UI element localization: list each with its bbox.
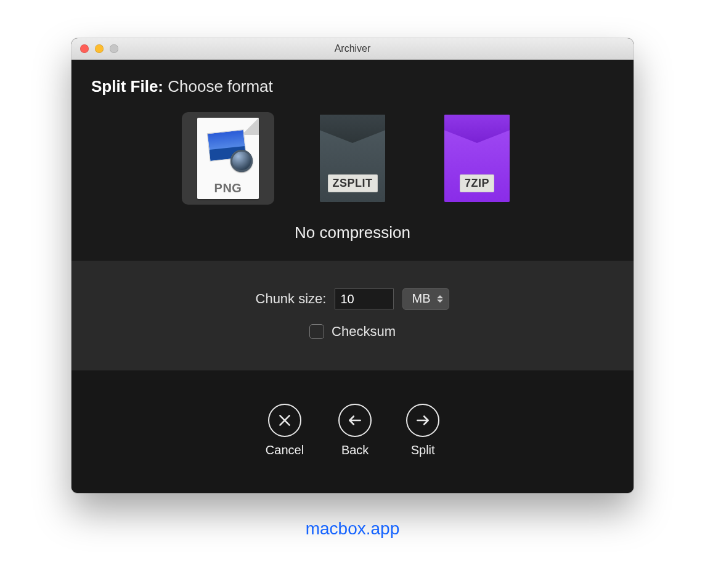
checksum-checkbox[interactable] [309, 324, 324, 339]
7zip-envelope-icon: 7ZIP [444, 115, 510, 202]
format-option-zsplit[interactable]: ZSPLIT [306, 112, 399, 205]
page-heading: Split File: Choose format [91, 77, 614, 96]
watermark-link[interactable]: macbox.app [306, 519, 400, 539]
split-label: Split [411, 443, 435, 457]
format-option-png[interactable]: PNG [182, 112, 274, 205]
window-close-button[interactable] [80, 44, 89, 53]
back-button[interactable]: Back [338, 404, 372, 457]
back-label: Back [341, 443, 369, 457]
format-option-7zip[interactable]: 7ZIP [431, 112, 523, 205]
format-options: PNG ZSPLIT 7ZIP [91, 112, 614, 205]
window-minimize-button[interactable] [95, 44, 104, 53]
format-section: Split File: Choose format PNG ZSPLIT [71, 60, 634, 261]
select-arrows-icon [436, 295, 444, 303]
png-file-icon: PNG [197, 118, 259, 199]
chunk-unit-value: MB [412, 292, 430, 305]
arrow-left-icon [347, 412, 363, 428]
cancel-button[interactable]: Cancel [266, 404, 304, 457]
split-button[interactable]: Split [406, 404, 439, 457]
action-bar: Cancel Back Split [71, 370, 634, 493]
chunk-size-label: Chunk size: [256, 291, 327, 307]
chunk-unit-select[interactable]: MB [402, 288, 449, 310]
window-title: Archiver [335, 43, 371, 54]
heading-subtitle: Choose format [168, 77, 273, 96]
chunk-section: Chunk size: MB Checksum [71, 261, 634, 370]
format-label: ZSPLIT [328, 174, 378, 192]
format-label: PNG [214, 181, 242, 195]
format-label: 7ZIP [460, 174, 494, 192]
chunk-size-input[interactable] [335, 288, 394, 309]
compression-label: No compression [91, 223, 614, 242]
checksum-label: Checksum [332, 324, 396, 340]
app-window: Archiver Split File: Choose format PNG [71, 38, 634, 493]
window-zoom-button[interactable] [110, 44, 118, 53]
arrow-right-icon [415, 412, 431, 428]
heading-prefix: Split File: [91, 77, 163, 96]
cancel-label: Cancel [266, 443, 304, 457]
titlebar: Archiver [71, 38, 634, 60]
zsplit-envelope-icon: ZSPLIT [320, 115, 385, 202]
close-icon [277, 412, 293, 428]
